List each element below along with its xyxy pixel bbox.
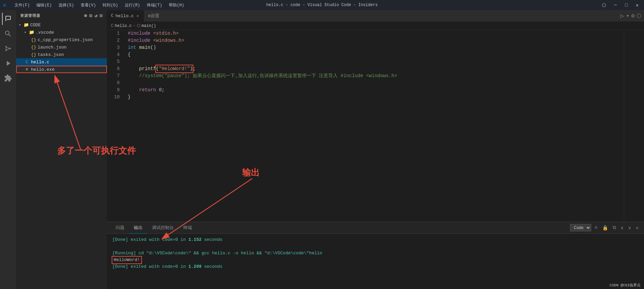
- titlebar-left: ✕ 文件(F) 编辑(E) 选择(S) 查看(V) 转到(G) 运行(R) 终端…: [3, 1, 187, 9]
- code-line-10: }: [128, 94, 624, 101]
- vscode-icon: ✕: [3, 1, 6, 9]
- json-file-icon: {}: [31, 52, 36, 57]
- menu-edit[interactable]: 编辑(E): [34, 2, 54, 9]
- panel-tabs-left: 问题 输出 调试控制台 终端: [111, 222, 197, 234]
- activity-source-control[interactable]: [2, 42, 14, 55]
- tab-bar: C hello.c ✕ ⚙ 设置 ▷ ▾ ⚙ ⬡: [107, 10, 644, 22]
- activity-explorer[interactable]: [2, 13, 14, 25]
- tab-close-icon[interactable]: ✕: [136, 13, 140, 19]
- menu-view[interactable]: 查看(V): [78, 2, 99, 9]
- activity-search[interactable]: [2, 28, 14, 40]
- panel-tab-output[interactable]: 输出: [129, 222, 147, 234]
- panel-list-icon[interactable]: ≡: [593, 224, 599, 231]
- breadcrumb-func[interactable]: main(): [142, 24, 156, 28]
- indent: [128, 87, 139, 94]
- new-folder-icon[interactable]: ⊡: [89, 13, 92, 19]
- run-dropdown-icon[interactable]: ▾: [626, 12, 630, 19]
- tree-file-hello-exe[interactable]: ≡ hello.exe: [16, 66, 107, 73]
- output-helloword: HelloWord!: [112, 257, 639, 263]
- main-layout: 资源管理器 ⊕ ⊡ ↺ ⊟ ▾ 📁 CODE ▾ 📁 .vscode: [0, 10, 644, 289]
- menu-terminal[interactable]: 终端(T): [144, 2, 165, 9]
- panel-close-icon[interactable]: ✕: [635, 224, 640, 231]
- json-file-icon: {}: [31, 45, 36, 50]
- output-done-2: [Done] exited with code=0 in 1.209 secon…: [112, 263, 639, 270]
- number: 0: [159, 87, 161, 94]
- window-controls: ⬡ ─ □ ✕: [599, 2, 641, 9]
- breadcrumb-c-icon: C: [111, 24, 113, 28]
- panel-copy-icon[interactable]: ⧉: [611, 224, 617, 231]
- window-maximize[interactable]: □: [622, 2, 630, 9]
- split-editor-icon[interactable]: ⬡: [637, 12, 641, 19]
- window-layouts-icon[interactable]: ⬡: [599, 2, 609, 9]
- code-line-6: printf("HeloWord!");: [128, 65, 624, 72]
- tree-file-name: hello.c: [31, 60, 49, 65]
- panel-tab-problems[interactable]: 问题: [111, 222, 129, 234]
- keyword-include: #include: [128, 30, 150, 37]
- menu-file[interactable]: 文件(F): [12, 2, 33, 9]
- sidebar-header-actions: ⊕ ⊡ ↺ ⊟: [84, 13, 103, 19]
- output-empty-1: [112, 243, 639, 250]
- breadcrumb-filename[interactable]: hello.c: [115, 24, 131, 28]
- tree-root-code[interactable]: ▾ 📁 CODE: [16, 21, 107, 29]
- code-line-9: return 0;: [128, 87, 624, 94]
- new-file-icon[interactable]: ⊕: [84, 13, 87, 19]
- window-minimize[interactable]: ─: [611, 2, 619, 9]
- tree-arrow: ▾: [19, 23, 22, 27]
- editor-top-right: ▷ ▾ ⚙ ⬡: [618, 10, 644, 22]
- sidebar-title: 资源管理器: [20, 13, 40, 18]
- sidebar-header: 资源管理器 ⊕ ⊡ ↺ ⊟: [16, 10, 107, 21]
- panel-up-icon[interactable]: ∧: [619, 224, 625, 231]
- comment: //system("pause"); 如果云心直接闪一下,加入这行,告诉操作系统…: [139, 72, 397, 79]
- code-line-5: [128, 58, 624, 65]
- tree-file-c-cpp[interactable]: {} c_cpp_properties.json: [16, 36, 107, 43]
- collapse-icon[interactable]: ⊟: [100, 13, 103, 19]
- code-line-2: #include <windows.h>: [128, 37, 624, 44]
- run-split-icon[interactable]: ▷: [620, 12, 624, 20]
- output-done-1: [Done] exited with code=0 in 1.152 secon…: [112, 236, 639, 243]
- code-content: #include <stdio.h> #include <windows.h> …: [124, 30, 624, 222]
- tree-file-tasks[interactable]: {} tasks.json: [16, 51, 107, 58]
- tab-spacer: [163, 10, 618, 22]
- settings-label: 设置: [151, 13, 159, 19]
- refresh-icon[interactable]: ↺: [94, 13, 98, 19]
- settings-gear-icon[interactable]: ⚙: [631, 12, 635, 19]
- menu-select[interactable]: 选择(S): [56, 2, 77, 9]
- printf-func: printf: [139, 65, 156, 72]
- titlebar-menu: 文件(F) 编辑(E) 选择(S) 查看(V) 转到(G) 运行(R) 终端(T…: [12, 2, 187, 9]
- menu-goto[interactable]: 转到(G): [100, 2, 121, 9]
- c-file-icon: C: [24, 60, 30, 65]
- sidebar: 资源管理器 ⊕ ⊡ ↺ ⊟ ▾ 📁 CODE ▾ 📁 .vscode: [16, 10, 107, 289]
- window-close[interactable]: ✕: [633, 2, 641, 9]
- helloword-output-highlight: HelloWord!: [112, 257, 141, 263]
- code-line-4: {: [128, 51, 624, 58]
- folder-icon: 📁: [29, 30, 34, 35]
- menu-run[interactable]: 运行(R): [122, 2, 143, 9]
- keyword-int: int: [128, 44, 136, 51]
- activity-run[interactable]: [2, 57, 14, 69]
- tab-settings[interactable]: ⚙ 设置: [144, 10, 163, 22]
- code-editor[interactable]: 1 2 3 4 5 6 7 8 9 10 #include <stdio.h>: [107, 30, 644, 222]
- include-file: <windows.h>: [153, 37, 184, 44]
- panel-lock-icon[interactable]: 🔒: [601, 224, 609, 231]
- panel-tabs-right: Code ≡ 🔒 ⧉ ∧ ∨ ✕: [570, 224, 640, 231]
- brace-close: }: [128, 94, 130, 101]
- line-numbers: 1 2 3 4 5 6 7 8 9 10: [107, 30, 124, 222]
- editor-area: C hello.c ✕ ⚙ 设置 ▷ ▾ ⚙ ⬡ C hello.c › ⬡ m: [107, 10, 644, 289]
- code-line-1: #include <stdio.h>: [128, 30, 624, 37]
- tree-vscode-folder[interactable]: ▾ 📁 .vscode: [16, 29, 107, 36]
- indent: [128, 65, 139, 72]
- tree-file-hello-c[interactable]: C hello.c: [16, 58, 107, 66]
- output-source-dropdown[interactable]: Code: [570, 224, 591, 231]
- panel-down-icon[interactable]: ∨: [627, 224, 632, 231]
- printf-highlight: ("HeloWord!"): [156, 65, 193, 72]
- panel-tab-terminal[interactable]: 终端: [179, 222, 197, 234]
- activity-extensions[interactable]: [2, 72, 14, 84]
- tab-label: hello.c: [115, 13, 134, 19]
- tree-file-launch[interactable]: {} launch.json: [16, 43, 107, 51]
- code-line-8: [128, 79, 624, 87]
- tab-hello-c[interactable]: C hello.c ✕: [107, 10, 144, 22]
- brace-open: {: [128, 51, 130, 58]
- menu-help[interactable]: 帮助(H): [166, 2, 187, 9]
- tree-folder-name: CODE: [30, 23, 41, 28]
- panel-tab-debug[interactable]: 调试控制台: [147, 222, 179, 234]
